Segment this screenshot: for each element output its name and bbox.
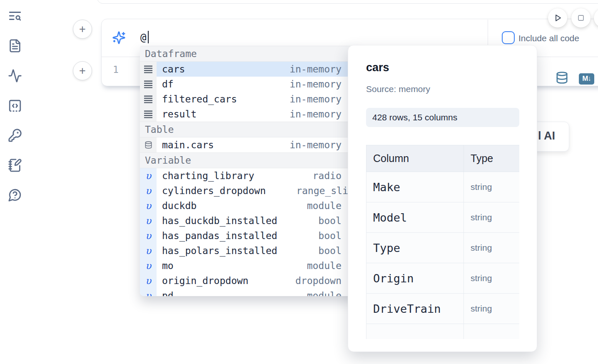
rows-icon [140,77,157,92]
schema-column-type [464,324,520,339]
datasource-icon[interactable] [556,71,568,84]
include-all-code-label: Include all code [518,33,579,43]
variable-icon: υ [140,198,157,213]
autocomplete-item-cylinders_dropdown[interactable]: υcylinders_dropdownrange_sli [140,183,358,198]
database-icon [140,137,157,152]
schema-column-type: string [464,202,520,233]
autocomplete-item-df[interactable]: dfin-memory [140,77,358,92]
autocomplete-item-result[interactable]: resultin-memory [140,107,358,122]
autocomplete-section-header: Table [140,122,358,137]
schema-column-name: Model [366,202,464,233]
autocomplete-item-has_duckdb_installed[interactable]: υhas_duckdb_installedbool [140,213,358,228]
rows-icon [140,62,157,77]
schema-row [366,324,520,339]
key-icon[interactable] [8,128,22,142]
item-name: has_duckdb_installed [157,215,277,226]
item-name: has_pandas_installed [157,230,277,241]
autocomplete-item-main.cars[interactable]: main.carsin-memory [140,137,358,152]
autocomplete-item-duckdb[interactable]: υduckdbmodule [140,198,358,213]
autocomplete-item-content: charting_libraryradio [157,168,358,183]
schema-column-name: Make [366,172,464,202]
schema-header: Type [464,145,520,172]
autocomplete-item-content: momodule [157,258,358,273]
autocomplete-dropdown: Dataframecarsin-memorydfin-memoryfiltere… [140,46,358,296]
variable-icon: υ [140,258,157,273]
autocomplete-item-content: origin_dropdowndropdown [157,273,358,288]
autocomplete-item-content: main.carsin-memory [157,137,358,152]
file-text-icon[interactable] [8,39,22,53]
item-name: df [157,79,174,90]
play-icon [552,12,563,23]
autocomplete-item-content: has_duckdb_installedbool [157,213,358,228]
autocomplete-item-filtered_cars[interactable]: filtered_carsin-memory [140,92,358,107]
autocomplete-item-charting_library[interactable]: υcharting_libraryradio [140,168,358,183]
variable-icon: υ [145,260,151,271]
variable-icon: υ [145,200,151,211]
schema-row: Makestring [366,172,520,202]
activity-icon[interactable] [8,69,22,83]
popup-shape-badge: 428 rows, 15 columns [366,108,519,127]
stop-cell-button[interactable] [571,8,591,27]
autocomplete-item-content: pdmodule [157,288,358,296]
autocomplete-item-has_polars_installed[interactable]: υhas_polars_installedbool [140,243,358,258]
ai-prompt-input[interactable]: @ [140,32,146,43]
variable-icon: υ [145,230,151,241]
schema-column-type: string [464,172,520,202]
autocomplete-item-content: has_polars_installedbool [157,243,358,258]
schema-column-name: Origin [366,263,464,294]
include-all-code-checkbox[interactable] [502,31,515,44]
schema-column-name: Type [366,233,464,263]
schema-column-name: DriveTrain [366,294,464,324]
markdown-icon[interactable]: M↓ [579,73,594,85]
autocomplete-item-content: filtered_carsin-memory [157,92,358,107]
autocomplete-section-header: Dataframe [140,46,358,62]
text-search-icon[interactable] [8,9,22,23]
schema-row: Originstring [366,263,520,294]
ai-sparkles-icon [112,31,126,45]
notebook-pen-icon[interactable] [8,158,22,172]
autocomplete-item-content: carsin-memory [157,62,358,77]
autocomplete-item-cars[interactable]: carsin-memory [140,62,358,77]
popup-schema-table: ColumnType MakestringModelstringTypestri… [366,145,519,339]
add-cell-button-bottom[interactable]: + [73,61,92,80]
variable-icon: υ [140,228,157,243]
item-name: cylinders_dropdown [157,185,266,196]
add-cell-button-top[interactable]: + [73,20,92,39]
schema-column-name [366,324,464,339]
schema-column-type: string [464,233,520,263]
variable-icon: υ [140,273,157,288]
rows-icon [140,92,157,107]
variable-icon: υ [145,185,151,196]
schema-row: DriveTrainstring [366,294,520,324]
dataframe-preview-popup: cars Source: memory 428 rows, 15 columns… [348,45,537,352]
item-name: pd [157,290,174,296]
autocomplete-item-mo[interactable]: υmomodule [140,258,358,273]
item-name: mo [157,260,174,271]
notebook-screen: + + @ Include all code 1 M↓ l AI Datafra… [0,0,598,364]
item-name: origin_dropdown [157,275,249,286]
autocomplete-item-origin_dropdown[interactable]: υorigin_dropdowndropdown [140,273,358,288]
item-name: duckdb [157,200,197,211]
item-name: charting_library [157,170,254,181]
run-cell-button[interactable] [548,8,567,27]
ai-button-label: l AI [538,130,555,142]
variable-icon: υ [140,213,157,228]
snippets-code-icon[interactable] [8,99,22,113]
schema-column-type: string [464,263,520,294]
variable-icon: υ [145,170,151,181]
variable-icon: υ [145,290,151,296]
item-name: has_polars_installed [157,245,277,256]
line-number: 1 [113,64,119,75]
autocomplete-item-pd[interactable]: υpdmodule [140,288,358,296]
item-name: main.cars [157,140,214,150]
variable-icon: υ [145,275,151,286]
variable-icon: υ [140,183,157,198]
popup-title: cars [366,61,389,74]
variable-icon: υ [145,245,151,256]
variable-icon: υ [140,243,157,258]
autocomplete-item-content: dfin-memory [157,77,358,92]
autocomplete-item-has_pandas_installed[interactable]: υhas_pandas_installedbool [140,228,358,243]
autocomplete-item-content: cylinders_dropdownrange_sli [157,183,358,198]
help-chat-icon[interactable] [8,188,22,202]
schema-header: Column [366,145,464,172]
